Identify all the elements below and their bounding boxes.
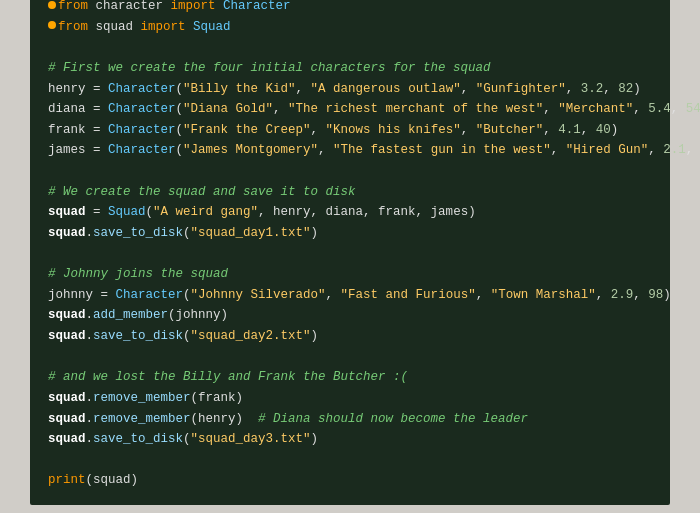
code-line-6: diana = Character("Diana Gold", "The ric…	[48, 99, 652, 120]
code-line-12: squad.save_to_disk("squad_day1.txt")	[48, 223, 652, 244]
figure-container: from character import Character from squ…	[30, 0, 670, 513]
breakpoint-dot-1	[48, 1, 56, 9]
code-block: from character import Character from squ…	[30, 0, 670, 505]
code-line-19: # and we lost the Billy and Frank the Bu…	[48, 367, 652, 388]
code-line-15: johnny = Character("Johnny Silverado", "…	[48, 285, 652, 306]
code-line-1: from character import Character	[48, 0, 652, 17]
breakpoint-dot-2	[48, 21, 56, 29]
code-line-5: henry = Character("Billy the Kid", "A da…	[48, 79, 652, 100]
code-line-23	[48, 450, 652, 471]
code-line-24: print(squad)	[48, 470, 652, 491]
code-line-8: james = Character("James Montgomery", "T…	[48, 140, 652, 161]
code-line-20: squad.remove_member(frank)	[48, 388, 652, 409]
code-line-16: squad.add_member(johnny)	[48, 305, 652, 326]
code-line-13	[48, 244, 652, 265]
code-line-11: squad = Squad("A weird gang", henry, dia…	[48, 202, 652, 223]
code-line-3	[48, 37, 652, 58]
code-line-4: # First we create the four initial chara…	[48, 58, 652, 79]
code-line-17: squad.save_to_disk("squad_day2.txt")	[48, 326, 652, 347]
code-line-9	[48, 161, 652, 182]
code-line-7: frank = Character("Frank the Creep", "Kn…	[48, 120, 652, 141]
code-line-2: from squad import Squad	[48, 17, 652, 38]
code-line-18	[48, 347, 652, 368]
code-line-21: squad.remove_member(henry) # Diana shoul…	[48, 409, 652, 430]
code-line-14: # Johnny joins the squad	[48, 264, 652, 285]
code-line-22: squad.save_to_disk("squad_day3.txt")	[48, 429, 652, 450]
code-line-10: # We create the squad and save it to dis…	[48, 182, 652, 203]
